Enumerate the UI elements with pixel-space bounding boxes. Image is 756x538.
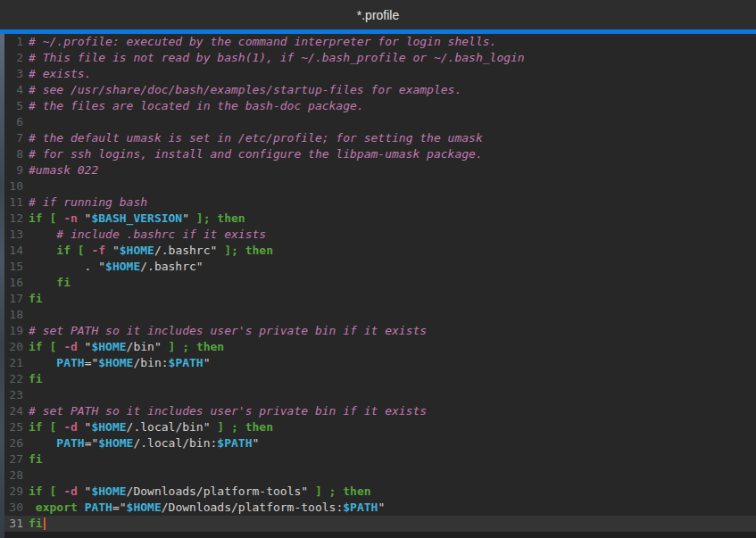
code-line[interactable]: 2# This file is not read by bash(1), if … <box>0 50 756 66</box>
text-token: " <box>378 501 385 514</box>
text-token <box>238 244 245 257</box>
variable-token: $BASH_VERSION <box>91 211 182 225</box>
text-token: /.local/bin: <box>133 436 217 450</box>
keyword-token: fi <box>56 276 71 289</box>
keyword-token: then <box>217 211 245 225</box>
keyword-token: ; <box>231 420 238 434</box>
code-line[interactable]: 19# set PATH so it includes user's priva… <box>0 323 756 339</box>
window-titlebar[interactable]: *.profile <box>0 0 756 29</box>
code-line[interactable]: 5# the files are located in the bash-doc… <box>0 98 756 114</box>
keyword-token: if <box>29 340 43 353</box>
text-token: " <box>204 356 211 369</box>
variable-token: $HOME <box>91 484 126 498</box>
code-line[interactable]: 31fi <box>0 516 756 532</box>
variable-token: PATH <box>56 356 84 369</box>
code-text: if [ -d "$HOME/Downloads/platform-tools"… <box>29 484 371 500</box>
code-line[interactable]: 8# for ssh logins, install and configure… <box>0 146 756 162</box>
code-line[interactable]: 26 PATH="$HOME/.local/bin:$PATH" <box>0 435 756 451</box>
code-line[interactable]: 14 if [ -f "$HOME/.bashrc" ]; then <box>0 243 756 259</box>
text-token <box>56 484 63 498</box>
code-line[interactable]: 30 export PATH="$HOME/Downloads/platform… <box>0 500 756 516</box>
keyword-token: ] <box>315 484 322 498</box>
code-text: if [ -d "$HOME/bin" ] ; then <box>29 339 224 355</box>
flag-token: -d <box>63 420 78 434</box>
text-token <box>56 420 63 434</box>
variable-token: $HOME <box>98 436 133 450</box>
code-text: # see /usr/share/doc/bash/examples/start… <box>29 82 461 98</box>
text-token: /Downloads/platform-tools: <box>162 501 344 514</box>
code-text: if [ -f "$HOME/.bashrc" ]; then <box>29 243 273 259</box>
code-line[interactable]: 11# if running bash <box>0 195 756 211</box>
text-token <box>29 244 56 257</box>
code-text: #umask 022 <box>29 162 98 178</box>
code-text: fi <box>29 516 46 532</box>
text-token: /bin" <box>127 340 169 353</box>
text-token <box>71 244 78 257</box>
comment-token: #umask 022 <box>29 163 98 177</box>
code-line[interactable]: 4# see /usr/share/doc/bash/examples/star… <box>0 82 756 98</box>
comment-token: # see /usr/share/doc/bash/examples/start… <box>29 83 461 96</box>
text-token <box>78 501 85 514</box>
code-text: export PATH="$HOME/Downloads/platform-to… <box>29 500 385 516</box>
keyword-token: ]; <box>224 244 238 257</box>
code-lines-container: 1# ~/.profile: executed by the command i… <box>0 34 756 532</box>
code-line[interactable]: 16 fi <box>0 275 756 291</box>
code-line[interactable]: 29if [ -d "$HOME/Downloads/platform-tool… <box>0 484 756 500</box>
code-text: fi <box>29 371 43 387</box>
code-line[interactable]: 12if [ -n "$BASH_VERSION" ]; then <box>0 211 756 227</box>
variable-token: $HOME <box>91 420 126 434</box>
code-line[interactable]: 17fi <box>0 291 756 307</box>
text-token: " <box>182 211 196 225</box>
code-line[interactable]: 1# ~/.profile: executed by the command i… <box>0 34 756 50</box>
text-token: " <box>105 244 120 257</box>
code-text: if [ -n "$BASH_VERSION" ]; then <box>29 211 245 227</box>
comment-token: # This file is not read by bash(1), if ~… <box>29 51 525 64</box>
code-line[interactable]: 27fi <box>0 451 756 468</box>
code-line[interactable]: 18 <box>0 307 756 323</box>
comment-token: # the files are located in the bash-doc … <box>29 99 364 112</box>
keyword-token: then <box>196 340 224 353</box>
code-line[interactable]: 20if [ -d "$HOME/bin" ] ; then <box>0 339 756 355</box>
variable-token: $PATH <box>217 436 252 450</box>
text-token <box>322 484 329 498</box>
code-line[interactable]: 24# set PATH so it includes user's priva… <box>0 403 756 419</box>
code-line[interactable]: 13 # include .bashrc if it exists <box>0 227 756 243</box>
code-line[interactable]: 3# exists. <box>0 66 756 82</box>
text-token: . " <box>29 260 105 273</box>
comment-token: # if running bash <box>29 195 147 209</box>
code-line[interactable]: 23 <box>0 387 756 403</box>
code-text: # the default umask is set in /etc/profi… <box>29 130 483 146</box>
code-line[interactable]: 28 <box>0 468 756 484</box>
code-text: # if running bash <box>29 195 147 211</box>
code-text: # set PATH so it includes user's private… <box>29 323 427 339</box>
variable-token: $HOME <box>105 260 140 273</box>
window-title: *.profile <box>357 8 399 22</box>
code-text: # ~/.profile: executed by the command in… <box>29 34 496 50</box>
keyword-token: then <box>245 244 273 257</box>
keyword-token: then <box>245 420 273 434</box>
code-line[interactable]: 9#umask 022 <box>0 162 756 178</box>
keyword-token: if <box>56 244 71 257</box>
keyword-token: then <box>343 484 370 498</box>
code-line[interactable]: 25if [ -d "$HOME/.local/bin" ] ; then <box>0 419 756 435</box>
code-line[interactable]: 7# the default umask is set in /etc/prof… <box>0 130 756 146</box>
text-token: =" <box>85 356 99 369</box>
code-text: if [ -d "$HOME/.local/bin" ] ; then <box>29 419 273 435</box>
text-token: " <box>78 484 92 498</box>
keyword-token: export <box>36 501 78 514</box>
variable-token: $HOME <box>98 356 133 369</box>
code-line[interactable]: 21 PATH="$HOME/bin:$PATH" <box>0 355 756 371</box>
text-token: " <box>78 420 92 434</box>
comment-token: # for ssh logins, install and configure … <box>29 147 483 161</box>
code-text: fi <box>29 275 71 291</box>
code-text: PATH="$HOME/bin:$PATH" <box>29 355 211 371</box>
code-line[interactable]: 22fi <box>0 371 756 387</box>
code-line[interactable]: 6 <box>0 114 756 130</box>
text-token: " <box>78 340 92 353</box>
text-token: /bin: <box>133 356 168 369</box>
code-line[interactable]: 15 . "$HOME/.bashrc" <box>0 259 756 275</box>
text-editor-area[interactable]: 1# ~/.profile: executed by the command i… <box>0 34 756 538</box>
variable-token: $PATH <box>169 356 204 369</box>
text-token: =" <box>85 436 99 450</box>
code-line[interactable]: 10 <box>0 178 756 195</box>
